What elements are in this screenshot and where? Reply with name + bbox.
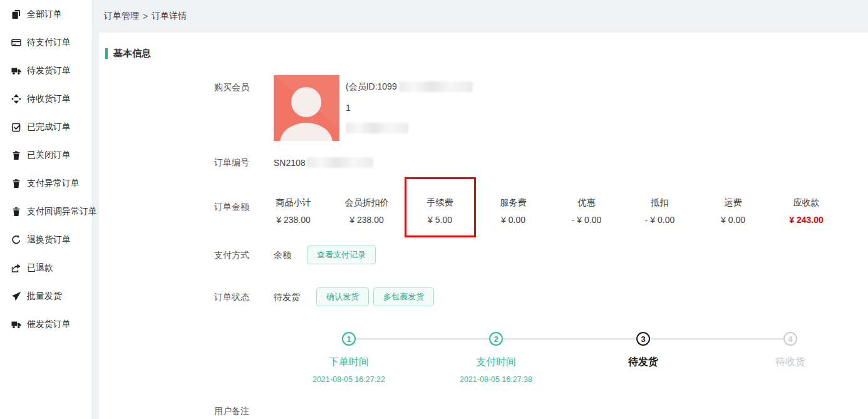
sidebar-item-label: 催发货订单: [27, 319, 71, 330]
step-timestamp: 2021-08-05 16:27:22: [280, 375, 418, 384]
copy-icon: [11, 9, 21, 19]
breadcrumb-separator: >: [143, 11, 148, 21]
breadcrumb-section[interactable]: 订单管理: [104, 11, 139, 22]
breadcrumb: 订单管理 > 订单详情: [93, 0, 868, 33]
order-no-label: 订单编号: [214, 157, 249, 168]
check-square-icon: [11, 122, 21, 132]
trash-icon: [11, 178, 21, 189]
view-payment-records-button[interactable]: 查看支付记录: [307, 246, 376, 264]
breadcrumb-current: 订单详情: [152, 11, 187, 22]
amount-col-coupon: 优惠 - ¥ 0.00: [550, 197, 623, 225]
section-title: 基本信息: [105, 48, 151, 59]
step-number-badge: 4: [783, 332, 797, 346]
amount-col-receivable: 应收款 ¥ 243.00: [770, 197, 843, 225]
sidebar-item-batch-ship[interactable]: 批量发货: [0, 282, 92, 310]
step-number-badge: 1: [342, 332, 356, 346]
amount-col-member-discount: 会员折扣价 ¥ 238.00: [330, 197, 403, 225]
sidebar-item-label: 已完成订单: [27, 122, 71, 133]
user-remark-label: 用户备注: [214, 406, 249, 417]
order-no-value: SN2108: [274, 157, 373, 168]
sidebar-item-pending-shipment[interactable]: 待发货订单: [0, 56, 92, 85]
payment-method-label: 支付方式: [214, 250, 249, 261]
amount-columns: 商品小计 ¥ 238.00 会员折扣价 ¥ 238.00 手续费 ¥ 5.00 …: [257, 197, 843, 225]
sidebar-item-label: 支付回调异常订单: [27, 206, 97, 217]
order-status-label: 订单状态: [214, 292, 249, 303]
sidebar-item-urge-ship[interactable]: 催发货订单: [0, 310, 92, 338]
member-line2: 1: [346, 103, 351, 113]
order-amount-label: 订单金额: [214, 202, 249, 213]
sidebar-item-all-orders[interactable]: 全部订单: [0, 0, 92, 28]
sidebar-item-completed[interactable]: 已完成订单: [0, 113, 92, 141]
redacted-text: [307, 157, 373, 168]
sidebar-item-returns[interactable]: 退换货订单: [0, 225, 92, 254]
credit-card-icon: [11, 38, 21, 48]
sidebar-item-label: 退换货订单: [27, 234, 71, 246]
confirm-ship-button[interactable]: 确认发货: [316, 287, 369, 306]
redacted-text: [346, 123, 408, 133]
amount-col-deduction: 抵扣 - ¥ 0.00: [623, 197, 696, 225]
section-title-bar: [105, 48, 108, 59]
truck-icon: [11, 66, 21, 76]
order-status-value: 待发货: [274, 292, 300, 303]
trash-icon: [11, 150, 21, 160]
sidebar-item-label: 待收货订单: [27, 93, 71, 105]
sidebar-item-label: 支付异常订单: [27, 178, 80, 189]
amount-col-freight: 运费 ¥ 0.00: [696, 197, 770, 225]
step-pending-shipment: 3 待发货: [574, 332, 712, 369]
order-detail-card: 基本信息 购买会员 (会员ID:1099 1 订单编号 SN2108 订单金额 …: [99, 33, 868, 419]
multi-package-ship-button[interactable]: 多包裹发货: [373, 287, 434, 306]
trash-icon: [11, 207, 21, 217]
sidebar-item-label: 已关闭订单: [27, 150, 71, 161]
member-id-text: (会员ID:1099: [346, 81, 397, 93]
redacted-text: [399, 81, 473, 92]
amount-col-service-fee: 服务费 ¥ 0.00: [477, 197, 550, 225]
step-number-badge: 3: [636, 332, 650, 346]
sidebar-item-pending-receipt[interactable]: 待收货订单: [0, 85, 92, 113]
buyer-label: 购买会员: [214, 82, 249, 93]
receive-icon: [11, 94, 21, 104]
refund-arrow-icon: [11, 263, 21, 273]
step-number-badge: 2: [489, 332, 503, 346]
sidebar: 全部订单 待支付订单 待发货订单 待收货订单 已完成订单 已关闭订单 支付异常订…: [0, 0, 93, 419]
sidebar-item-pending-payment[interactable]: 待支付订单: [0, 28, 92, 56]
step-payment-time: 2 支付时间 2021-08-05 16:27:38: [427, 332, 565, 384]
payment-method-value: 余额: [274, 250, 291, 261]
sidebar-item-closed[interactable]: 已关闭订单: [0, 141, 92, 169]
sidebar-item-label: 待支付订单: [27, 37, 71, 48]
section-title-text: 基本信息: [113, 48, 151, 59]
sidebar-item-callback-error[interactable]: 支付回调异常订单: [0, 197, 92, 225]
sidebar-item-label: 批量发货: [27, 291, 62, 302]
sidebar-item-payment-error[interactable]: 支付异常订单: [0, 169, 92, 197]
refresh-icon: [11, 235, 21, 245]
sidebar-item-refunded[interactable]: 已退款: [0, 254, 92, 282]
step-order-time: 1 下单时间 2021-08-05 16:27:22: [280, 332, 418, 384]
avatar: [274, 75, 339, 141]
truck-icon: [11, 319, 21, 329]
member-info: (会员ID:1099 1: [346, 76, 473, 138]
amount-col-handling-fee: 手续费 ¥ 5.00: [403, 197, 477, 225]
step-pending-receipt: 4 待收货: [721, 332, 859, 369]
sidebar-item-label: 待发货订单: [27, 65, 71, 76]
amount-col-subtotal: 商品小计 ¥ 238.00: [257, 197, 330, 225]
sidebar-item-label: 已退款: [27, 262, 53, 274]
sidebar-item-label: 全部订单: [27, 9, 62, 20]
paper-plane-icon: [11, 291, 21, 301]
order-no-prefix: SN2108: [274, 158, 306, 168]
step-timestamp: 2021-08-05 16:27:38: [427, 375, 565, 384]
